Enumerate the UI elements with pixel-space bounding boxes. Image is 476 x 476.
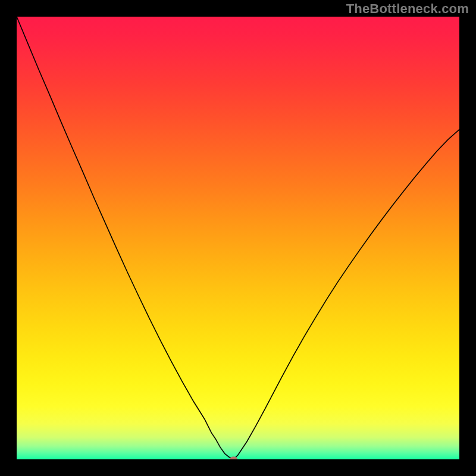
chart-stage: TheBottleneck.com: [0, 0, 476, 476]
bottleneck-chart: [17, 17, 459, 459]
watermark-text: TheBottleneck.com: [346, 1, 469, 17]
gradient-panel: [17, 17, 459, 459]
minimum-marker: [230, 457, 237, 459]
